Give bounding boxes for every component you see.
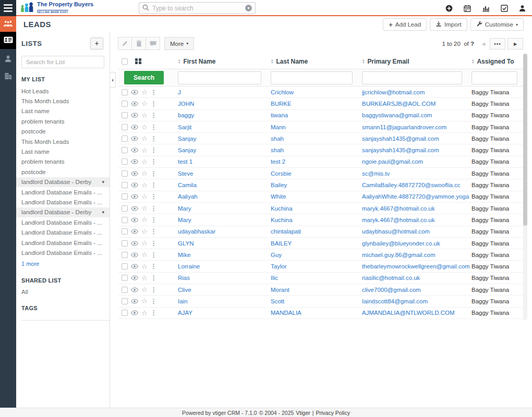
row-menu-kebab-icon[interactable]: ⋮ bbox=[151, 287, 157, 293]
primary-email-link[interactable]: smann11@jaguarlandrover.com bbox=[362, 124, 446, 130]
table-row[interactable]: ☆ ⋮ J Crichlow jjcrichlow@hotmail.com Ba… bbox=[118, 87, 524, 98]
primary-email-link[interactable]: maryk.4667@hotmail.co.uk bbox=[362, 217, 435, 223]
primary-email-link[interactable]: ngoie.paul@gmail.com bbox=[362, 158, 423, 165]
filter-last-name-input[interactable] bbox=[271, 71, 353, 84]
table-row[interactable]: ☆ ⋮ Mary Kuchina maryk.4667@hotmail.co.u… bbox=[118, 203, 524, 214]
collapse-panel-button[interactable]: ‹ bbox=[110, 72, 116, 88]
row-menu-kebab-icon[interactable]: ⋮ bbox=[151, 263, 157, 269]
first-name-link[interactable]: Mary bbox=[178, 217, 191, 223]
first-name-link[interactable]: Rias bbox=[178, 275, 190, 281]
global-search[interactable]: ▾ bbox=[139, 2, 256, 14]
star-follow-icon[interactable]: ☆ bbox=[141, 112, 148, 119]
preview-eye-icon[interactable] bbox=[131, 159, 138, 164]
row-checkbox[interactable] bbox=[122, 275, 128, 281]
list-item[interactable]: landlord Database - Derby ▾ bbox=[16, 177, 110, 187]
first-name-link[interactable]: Clive bbox=[178, 287, 191, 293]
star-follow-icon[interactable]: ☆ bbox=[141, 240, 148, 247]
next-page-button[interactable]: ▶ bbox=[507, 38, 523, 50]
table-row[interactable]: ☆ ⋮ Iain Scott Iaindscott84@gmail.com Ba… bbox=[118, 296, 524, 307]
customise-button[interactable]: Customise ▾ bbox=[470, 18, 524, 31]
search-scope-chevron-icon[interactable]: ▾ bbox=[245, 5, 252, 11]
row-menu-kebab-icon[interactable]: ⋮ bbox=[151, 193, 157, 200]
first-name-link[interactable]: GLYN bbox=[178, 240, 194, 247]
row-menu-kebab-icon[interactable]: ⋮ bbox=[151, 275, 157, 281]
table-row[interactable]: ☆ ⋮ baggy tiwana baggystiwana@gmail.com … bbox=[118, 110, 524, 121]
preview-eye-icon[interactable] bbox=[131, 171, 138, 176]
star-follow-icon[interactable]: ☆ bbox=[141, 135, 148, 142]
table-row[interactable]: ☆ ⋮ Mike Guy michael.guy.86@gmail.com Ba… bbox=[118, 249, 524, 261]
table-row[interactable]: ☆ ⋮ Sanjay shah sanjayshah1435@gmail.com… bbox=[118, 133, 524, 144]
primary-email-link[interactable]: jjcrichlow@hotmail.com bbox=[362, 89, 425, 95]
row-menu-kebab-icon[interactable]: ⋮ bbox=[151, 158, 157, 165]
preview-eye-icon[interactable] bbox=[131, 241, 138, 246]
star-follow-icon[interactable]: ☆ bbox=[141, 205, 148, 212]
last-name-link[interactable]: Taylor bbox=[271, 263, 287, 269]
row-checkbox[interactable] bbox=[122, 263, 128, 269]
sidebar-item-contacts[interactable] bbox=[0, 51, 16, 67]
last-name-link[interactable]: BAILEY bbox=[271, 240, 292, 247]
list-item[interactable]: Landlord Database Emails - ... ▾ bbox=[16, 217, 110, 227]
row-menu-kebab-icon[interactable]: ⋮ bbox=[151, 310, 157, 316]
row-menu-kebab-icon[interactable]: ⋮ bbox=[151, 298, 157, 304]
row-menu-kebab-icon[interactable]: ⋮ bbox=[151, 170, 157, 177]
preview-eye-icon[interactable] bbox=[131, 113, 138, 118]
column-header-last-name[interactable]: ▲▼ Last Name bbox=[271, 58, 362, 65]
list-item[interactable]: postcode ▾ bbox=[16, 167, 110, 177]
list-item[interactable]: Landlord Database Emails - ... ▾ bbox=[16, 197, 110, 207]
list-item[interactable]: Landlord Database Emails - ... ▾ bbox=[16, 248, 110, 257]
row-menu-kebab-icon[interactable]: ⋮ bbox=[151, 205, 157, 212]
row-checkbox[interactable] bbox=[122, 112, 128, 118]
star-follow-icon[interactable]: ☆ bbox=[141, 182, 148, 189]
quick-create-icon[interactable] bbox=[445, 5, 453, 12]
profile-icon[interactable] bbox=[519, 5, 526, 12]
first-name-link[interactable]: Steve bbox=[178, 170, 193, 177]
list-item[interactable]: landlord Database - Derby ▾ bbox=[16, 207, 110, 217]
star-follow-icon[interactable]: ☆ bbox=[141, 170, 148, 177]
preview-eye-icon[interactable] bbox=[131, 299, 138, 304]
last-name-link[interactable]: Corsbie bbox=[271, 170, 292, 177]
row-checkbox[interactable] bbox=[122, 193, 128, 200]
preview-eye-icon[interactable] bbox=[131, 136, 138, 141]
first-name-link[interactable]: J bbox=[178, 89, 181, 95]
preview-eye-icon[interactable] bbox=[131, 275, 138, 280]
delete-button[interactable] bbox=[132, 37, 146, 50]
first-name-link[interactable]: Sanjay bbox=[178, 147, 196, 153]
filter-assigned-to-input[interactable] bbox=[471, 71, 517, 84]
star-follow-icon[interactable]: ☆ bbox=[141, 228, 148, 235]
first-name-link[interactable]: Sanjay bbox=[178, 136, 196, 142]
filter-primary-email-input[interactable] bbox=[362, 71, 462, 84]
search-button[interactable]: Search bbox=[124, 71, 164, 84]
table-row[interactable]: ☆ ⋮ Mary Kuchina maryk.4667@hotmail.co.u… bbox=[118, 214, 524, 226]
row-checkbox[interactable] bbox=[122, 298, 128, 304]
preview-eye-icon[interactable] bbox=[131, 310, 138, 315]
table-row[interactable]: ☆ ⋮ Clive Morant clive7000@gmail.com Bag… bbox=[118, 284, 524, 296]
last-name-link[interactable]: shah bbox=[271, 136, 284, 142]
preview-eye-icon[interactable] bbox=[131, 101, 138, 106]
preview-eye-icon[interactable] bbox=[131, 182, 138, 188]
last-name-link[interactable]: Morant bbox=[271, 287, 289, 293]
list-item[interactable]: Last name ▾ bbox=[16, 146, 110, 156]
star-follow-icon[interactable]: ☆ bbox=[141, 147, 148, 154]
primary-email-link[interactable]: clive7000@gmail.com bbox=[362, 287, 421, 293]
select-all-checkbox[interactable] bbox=[122, 58, 128, 65]
row-checkbox[interactable] bbox=[122, 310, 128, 316]
last-name-link[interactable]: Crichlow bbox=[271, 89, 294, 95]
row-checkbox[interactable] bbox=[122, 101, 128, 107]
add-list-button[interactable]: + bbox=[90, 38, 103, 50]
global-search-input[interactable] bbox=[152, 5, 242, 12]
first-name-link[interactable]: AJAY bbox=[178, 310, 192, 316]
tasks-icon[interactable] bbox=[501, 5, 508, 12]
star-follow-icon[interactable]: ☆ bbox=[141, 124, 148, 130]
primary-email-link[interactable]: CamilaBailey.48872720@swooflia.cc bbox=[362, 182, 461, 188]
row-menu-kebab-icon[interactable]: ⋮ bbox=[151, 112, 157, 118]
add-lead-button[interactable]: + Add Lead bbox=[383, 18, 427, 31]
preview-eye-icon[interactable] bbox=[131, 125, 138, 130]
primary-email-link[interactable]: udaybhasu@hotmail.com bbox=[362, 228, 430, 235]
table-row[interactable]: ☆ ⋮ Rias Ilic riasilic@hotmail.co.uk Bag… bbox=[118, 273, 524, 284]
row-checkbox[interactable] bbox=[122, 252, 128, 258]
primary-email-link[interactable]: AaliyahWhite.48872720@yammoe.yoga bbox=[362, 193, 469, 200]
last-name-link[interactable]: shah bbox=[271, 147, 284, 153]
list-item[interactable]: postcode ▾ bbox=[16, 127, 110, 137]
preview-eye-icon[interactable] bbox=[131, 148, 138, 153]
row-checkbox[interactable] bbox=[122, 228, 128, 235]
